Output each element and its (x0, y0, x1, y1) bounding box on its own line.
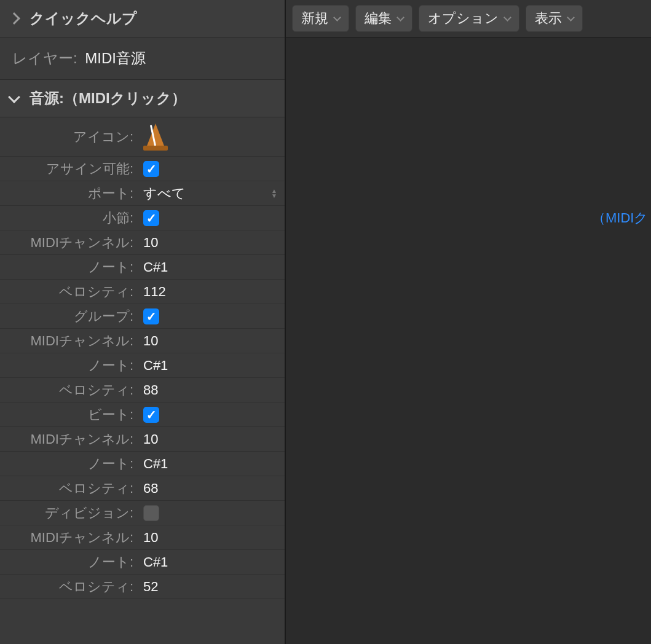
toolbar: 新規 編集 オプション 表示 (286, 0, 651, 37)
property-row: ベロシティ:68 (0, 476, 285, 501)
checkbox[interactable] (143, 505, 159, 521)
property-value[interactable] (138, 120, 285, 154)
property-label: MIDIチャンネル: (0, 430, 138, 449)
inspector-panel: クイックヘルプ レイヤー: MIDI音源 音源: （MIDIクリック） アイコン… (0, 0, 286, 644)
property-label: ベロシティ: (0, 578, 138, 596)
property-value[interactable]: ✓ (138, 308, 285, 324)
property-label: ノート: (0, 455, 138, 473)
property-row: ノート:C#1 (0, 255, 285, 280)
property-value[interactable]: 10 (138, 530, 285, 546)
checkbox[interactable]: ✓ (143, 210, 159, 226)
layer-label: レイヤー: (12, 50, 77, 66)
quick-help-title: クイックヘルプ (30, 9, 137, 28)
property-label: ベロシティ: (0, 479, 138, 498)
value-text[interactable]: 112 (143, 284, 166, 299)
property-row: ノート:C#1 (0, 452, 285, 476)
layer-value: MIDI音源 (85, 50, 146, 66)
value-text[interactable]: C#1 (143, 358, 168, 373)
chevron-down-icon (397, 14, 404, 22)
metronome-icon[interactable] (143, 120, 168, 151)
property-value[interactable]: 10 (138, 235, 285, 251)
value-text[interactable]: C#1 (143, 554, 168, 570)
property-row: MIDIチャンネル:10 (0, 329, 285, 353)
property-value[interactable]: ✓ (138, 210, 285, 226)
value-text[interactable]: C#1 (143, 456, 168, 471)
environment-canvas[interactable]: （MIDIクリック） (286, 37, 651, 644)
value-text[interactable]: 68 (143, 481, 158, 496)
property-value[interactable]: ✓ (138, 161, 285, 177)
value-text[interactable]: 10 (143, 333, 158, 348)
property-value[interactable]: ✓ (138, 407, 285, 423)
property-value[interactable]: 88 (138, 382, 285, 398)
property-label: MIDIチャンネル: (0, 528, 138, 547)
quick-help-header[interactable]: クイックヘルプ (0, 0, 285, 37)
property-label: ノート: (0, 553, 138, 571)
property-row: ベロシティ:112 (0, 280, 285, 304)
new-label: 新規 (301, 9, 328, 28)
property-row: MIDIチャンネル:10 (0, 525, 285, 550)
options-label: オプション (428, 9, 499, 28)
stepper-icon[interactable]: ▲▼ (271, 189, 277, 198)
checkbox[interactable]: ✓ (143, 161, 159, 177)
property-value[interactable]: 112 (138, 284, 285, 300)
property-list: アイコン:アサイン可能:✓ポート:▲▼すべて小節:✓MIDIチャンネル:10ノー… (0, 117, 285, 644)
property-label: ノート: (0, 258, 138, 277)
environment-panel: 新規 編集 オプション 表示 (286, 0, 651, 644)
options-menu-button[interactable]: オプション (419, 5, 519, 32)
new-menu-button[interactable]: 新規 (292, 5, 349, 32)
property-value[interactable]: C#1 (138, 554, 285, 570)
property-value[interactable]: すべて (138, 184, 285, 203)
value-text[interactable]: 52 (143, 579, 158, 594)
instrument-header[interactable]: 音源: （MIDIクリック） (0, 80, 285, 117)
instrument-value: （MIDIクリック） (64, 88, 186, 108)
layer-row: レイヤー: MIDI音源 (0, 37, 285, 80)
property-row: ノート:C#1 (0, 353, 285, 378)
property-row: アイコン: (0, 117, 285, 157)
property-value[interactable]: C#1 (138, 358, 285, 374)
property-row: MIDIチャンネル:10 (0, 230, 285, 255)
checkmark-icon: ✓ (146, 163, 157, 175)
property-value[interactable]: 10 (138, 333, 285, 349)
property-row: ディビジョン: (0, 501, 285, 525)
edit-label: 編集 (365, 9, 392, 28)
chevron-down-icon (567, 14, 575, 22)
checkbox[interactable]: ✓ (143, 308, 159, 324)
instrument-label: 音源: (30, 88, 64, 108)
edit-menu-button[interactable]: 編集 (355, 5, 412, 32)
chevron-down-icon (8, 91, 20, 103)
value-text[interactable]: C#1 (143, 259, 168, 275)
property-row: ポート:▲▼すべて (0, 181, 285, 206)
value-text[interactable]: 88 (143, 382, 158, 398)
select-value[interactable]: すべて (143, 186, 186, 201)
property-row: ノート:C#1 (0, 550, 285, 575)
value-text[interactable]: 10 (143, 235, 158, 250)
property-label: ディビジョン: (0, 504, 138, 522)
property-row: ビート:✓ (0, 402, 285, 427)
property-label: 小節: (0, 209, 138, 227)
node-label: （MIDIクリック） (592, 209, 651, 227)
property-label: グループ: (0, 307, 138, 326)
chevron-down-icon (503, 14, 511, 22)
property-row: グループ:✓ (0, 304, 285, 329)
property-label: ポート: (0, 184, 138, 203)
property-value[interactable]: 10 (138, 431, 285, 447)
property-value[interactable]: 68 (138, 481, 285, 497)
property-label: ベロシティ: (0, 381, 138, 399)
checkmark-icon: ✓ (146, 310, 157, 323)
value-text[interactable]: 10 (143, 530, 158, 545)
property-value[interactable]: 52 (138, 579, 285, 595)
view-menu-button[interactable]: 表示 (526, 5, 583, 32)
checkbox[interactable]: ✓ (143, 407, 159, 423)
property-label: MIDIチャンネル: (0, 234, 138, 252)
property-row: ベロシティ:52 (0, 575, 285, 599)
chevron-down-icon (333, 14, 341, 22)
value-text[interactable]: 10 (143, 431, 158, 447)
checkmark-icon: ✓ (146, 409, 157, 421)
property-row: 小節:✓ (0, 206, 285, 230)
property-value[interactable] (138, 505, 285, 521)
property-value[interactable]: C#1 (138, 456, 285, 472)
property-label: ノート: (0, 356, 138, 375)
midi-click-node[interactable]: （MIDIクリック） (630, 185, 651, 227)
property-value[interactable]: C#1 (138, 259, 285, 275)
property-label: アイコン: (0, 128, 138, 146)
